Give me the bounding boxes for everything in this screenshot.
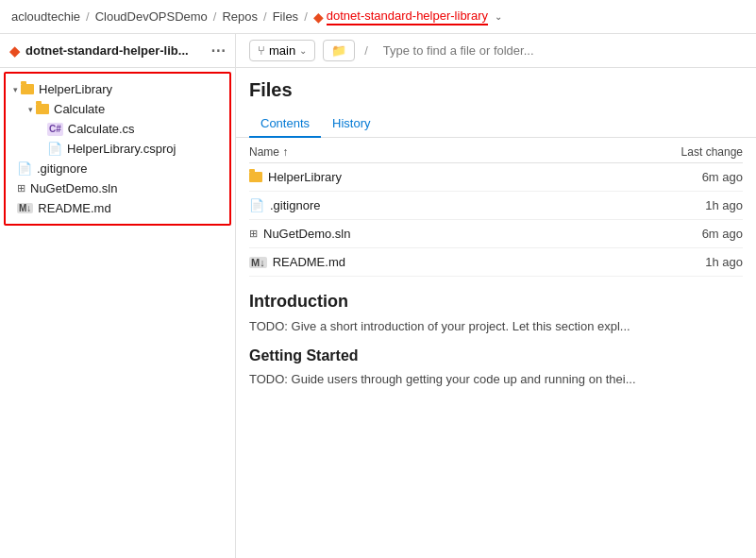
sln-file-icon: ⊞ (17, 182, 25, 194)
header-name: Name ↑ (249, 145, 288, 159)
file-label-gitignore: .gitignore (270, 198, 320, 212)
last-change-nuget: 6m ago (667, 227, 743, 241)
breadcrumb-repo[interactable]: dotnet-standard-helper-library (327, 8, 488, 25)
tab-history[interactable]: History (321, 110, 381, 138)
branch-icon: ⑂ (258, 43, 265, 58)
tree-item-calculate-cs-label: Calculate.cs (68, 122, 135, 136)
table-header: Name ↑ Last change (249, 138, 743, 163)
tree-item-gitignore[interactable]: 📄 .gitignore (6, 159, 229, 178)
breadcrumb-chevron-icon: ⌄ (495, 11, 502, 22)
file-label-nuget: NuGetDemo.sln (263, 227, 350, 241)
file-name-gitignore: 📄 .gitignore (249, 198, 667, 212)
page-title: Files (249, 79, 743, 101)
sidebar: ◆ dotnet-standard-helper-lib... ⋯ ▾ Help… (0, 34, 236, 558)
chevron-calculate-icon: ▾ (28, 105, 33, 114)
diamond-sidebar-icon: ◆ (9, 43, 20, 59)
tree-item-calculate-cs[interactable]: C# Calculate.cs (6, 119, 229, 139)
tree-item-calculate[interactable]: ▾ Calculate (6, 99, 229, 119)
csproj-file-icon: 📄 (47, 142, 62, 156)
chevron-down-icon: ▾ (13, 85, 18, 94)
header-last-change: Last change (681, 145, 743, 159)
last-change-gitignore: 1h ago (667, 198, 743, 212)
breadcrumb-user[interactable]: acloudtechie (11, 9, 80, 24)
content-area: ⑂ main ⌄ 📁 / Files Contents History Name (236, 34, 756, 558)
intro-heading: Introduction (249, 292, 743, 312)
tree-item-csproj[interactable]: 📄 HelperLibrary.csproj (6, 139, 229, 159)
breadcrumb-org[interactable]: CloudDevOPSDemo (95, 9, 208, 24)
tree-item-gitignore-label: .gitignore (37, 161, 87, 176)
file-name-readme: M↓ README.md (249, 255, 667, 269)
folder-nav-icon: 📁 (331, 43, 346, 58)
md-icon-readme: M↓ (249, 257, 267, 268)
getting-started-text: TODO: Guide users through getting your c… (249, 370, 743, 389)
tree-item-sln-label: NuGetDemo.sln (30, 181, 117, 195)
tree-item-readme-label: README.md (38, 201, 110, 215)
tree-item-readme[interactable]: M↓ README.md (6, 198, 229, 218)
sidebar-menu-dots[interactable]: ⋯ (210, 42, 226, 59)
md-file-icon: M↓ (17, 203, 33, 213)
folder-helperlibrary-icon (21, 84, 34, 94)
file-name-nuget: ⊞ NuGetDemo.sln (249, 227, 667, 241)
diamond-breadcrumb-icon: ◆ (313, 9, 324, 25)
sidebar-header: ◆ dotnet-standard-helper-lib... ⋯ (0, 34, 235, 68)
branch-chevron-icon: ⌄ (299, 45, 307, 56)
getting-started-heading: Getting Started (249, 347, 743, 364)
tree-item-sln[interactable]: ⊞ NuGetDemo.sln (6, 178, 229, 198)
breadcrumb-bar: acloudtechie / CloudDevOPSDemo / Repos /… (0, 0, 756, 34)
content-header: Files (236, 68, 756, 101)
files-table: Name ↑ Last change HelperLibrary 6m ago … (236, 138, 756, 277)
tree-item-helperlibrary[interactable]: ▾ HelperLibrary (6, 79, 229, 99)
branch-selector[interactable]: ⑂ main ⌄ (249, 40, 315, 61)
file-row-nuget[interactable]: ⊞ NuGetDemo.sln 6m ago (249, 220, 743, 248)
file-label-readme: README.md (273, 255, 345, 269)
breadcrumb-files[interactable]: Files (273, 9, 298, 24)
file-row-gitignore[interactable]: 📄 .gitignore 1h ago (249, 192, 743, 220)
sep-2: / (213, 9, 217, 24)
sort-icon: ↑ (282, 145, 288, 159)
folder-calculate-icon (36, 104, 49, 114)
file-label-helperlibrary: HelperLibrary (268, 170, 342, 184)
file-row-helperlibrary[interactable]: HelperLibrary 6m ago (249, 163, 743, 192)
tab-contents[interactable]: Contents (249, 110, 321, 138)
path-separator: / (364, 43, 368, 58)
content-toolbar: ⑂ main ⌄ 📁 / (236, 34, 756, 68)
tree-item-calculate-label: Calculate (54, 102, 105, 116)
tree-item-helperlibrary-label: HelperLibrary (39, 82, 112, 96)
sln-icon-nuget: ⊞ (249, 228, 258, 240)
gitignore-file-icon: 📄 (17, 161, 32, 176)
tree-item-csproj-label: HelperLibrary.csproj (67, 142, 176, 156)
sidebar-tree: ▾ HelperLibrary ▾ Calculate C# Calculate… (4, 72, 231, 226)
sep-3: / (263, 9, 267, 24)
sidebar-repo-name: dotnet-standard-helper-lib... (25, 43, 189, 58)
cs-file-icon: C# (47, 123, 63, 136)
intro-text: TODO: Give a short introduction of your … (249, 317, 743, 336)
sep-1: / (86, 9, 90, 24)
last-change-readme: 1h ago (667, 255, 743, 269)
file-row-readme[interactable]: M↓ README.md 1h ago (249, 248, 743, 277)
doc-icon-gitignore: 📄 (249, 198, 264, 212)
file-path-input[interactable] (378, 41, 743, 60)
breadcrumb-repos[interactable]: Repos (222, 9, 258, 24)
file-name-helperlibrary: HelperLibrary (249, 170, 667, 184)
folder-row-icon-helperlibrary (249, 172, 262, 182)
sep-4: / (304, 9, 308, 24)
branch-name: main (269, 43, 295, 58)
last-change-helperlibrary: 6m ago (667, 170, 743, 184)
folder-nav-btn[interactable]: 📁 (323, 40, 355, 61)
tabs-bar: Contents History (236, 110, 756, 138)
readme-section: Introduction TODO: Give a short introduc… (236, 277, 756, 388)
